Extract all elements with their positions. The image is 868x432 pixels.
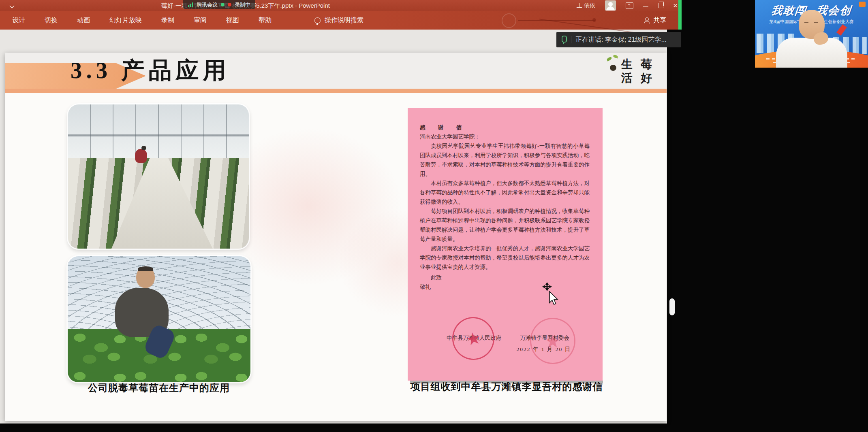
recording-label: 录制中: [235, 1, 250, 9]
close-button[interactable]: ×: [673, 0, 678, 11]
logo-char: 活: [621, 72, 633, 84]
caption-right: 项目组收到中牟县万滩镇李显吾村的感谢信: [396, 380, 617, 393]
ribbon: 设计 切换 动画 幻灯片放映 录制 审阅 视图 帮助 操作说明搜索 共享: [0, 11, 682, 30]
meeting-share-border: [678, 0, 682, 30]
meeting-app-name: 腾讯会议: [197, 1, 218, 9]
share-label: 共享: [653, 16, 666, 25]
slide-header-band: 3.3 产品应用 生 莓 活 好: [5, 53, 667, 93]
presenter-video-tile[interactable]: 我敢闯 我会创 第8届中国国际“互联网+”大学生创新创业大赛: [755, 0, 868, 68]
record-dot-icon: [228, 3, 231, 6]
tab-transitions[interactable]: 切换: [45, 16, 58, 25]
logo-char: 生: [621, 58, 633, 70]
village-seal: ★: [530, 318, 575, 364]
logo-text: 生 莓 活 好: [621, 58, 652, 84]
tab-slideshow[interactable]: 幻灯片放映: [109, 16, 142, 25]
greenhouse-rows-photo: [68, 104, 249, 249]
person-add-icon: [644, 17, 650, 23]
titlebar: 莓好-一颗有智慧的小草莓 校赛决赛5.23下午.pptx - PowerPoin…: [0, 0, 682, 11]
ribbon-display-options-icon[interactable]: [626, 2, 633, 9]
seal-star-icon: ★: [464, 327, 483, 350]
farmer-portrait-photo: [68, 256, 250, 382]
minimize-button[interactable]: [643, 6, 648, 7]
screen: 莓好-一颗有智慧的小草莓 校赛决赛5.23下午.pptx - PowerPoin…: [0, 0, 868, 432]
leaf-icon: [606, 56, 612, 62]
letter-paragraph: 贵校园艺学院园艺专业学生王祎祎带领莓好-一颗有智慧的小草莓团队成员到本村以来，利…: [420, 141, 590, 179]
video-watermark: [859, 2, 866, 7]
circuit-decoration-icon: [502, 13, 516, 28]
leaf-icon: [613, 54, 618, 58]
speaking-indicator[interactable]: 正在讲话: 李金保; 21级园艺学...: [556, 32, 681, 47]
letter-title: 感 谢 信: [420, 123, 590, 132]
tab-animations[interactable]: 动画: [77, 16, 90, 25]
microphone-icon: [562, 36, 567, 43]
meeting-overlay[interactable]: 腾讯会议 录制中: [183, 0, 255, 9]
tab-view[interactable]: 视图: [226, 16, 239, 25]
letter-salutation: 河南农业大学园艺学院：: [420, 132, 590, 141]
avatar[interactable]: [605, 0, 616, 11]
caption-left: 公司脱毒草莓苗在生产中的应用: [53, 381, 264, 394]
letter-paragraph: 感谢河南农业大学培养的一批优秀的人才，感谢河南农业大学园艺学院的专家教授对本村的…: [420, 244, 590, 272]
scrollbar-thumb[interactable]: [669, 298, 675, 315]
thank-you-letter: 感 谢 信 河南农业大学园艺学院： 贵校园艺学院园艺专业学生王祎祎带领莓好-一颗…: [408, 108, 603, 381]
berry-icon: [610, 65, 616, 71]
lightbulb-icon: [314, 17, 321, 23]
account-name[interactable]: 王 依依: [577, 2, 595, 9]
tab-help[interactable]: 帮助: [259, 16, 272, 25]
tell-me-search[interactable]: 操作说明搜索: [314, 16, 363, 25]
share-button[interactable]: 共享: [644, 11, 666, 30]
signal-bars-icon: [188, 2, 193, 7]
letter-paragraph: 莓好项目团队到本村以后，积极调研农户的种植情况，收集草莓种植户在草莓种植过程中出…: [420, 206, 590, 244]
slide-workspace: 3.3 产品应用 生 莓 活 好: [0, 30, 667, 423]
runner-graphic: [836, 24, 847, 36]
header-orange-strip: [5, 89, 667, 93]
titlebar-controls: 王 依依 ×: [577, 0, 678, 11]
presenter-body: [776, 38, 847, 68]
tab-design[interactable]: 设计: [12, 16, 25, 25]
slide-canvas: 3.3 产品应用 生 莓 活 好: [5, 53, 667, 421]
logo-char: 好: [641, 72, 652, 84]
ribbon-tabs: 设计 切换 动画 幻灯片放映 录制 审阅 视图 帮助 操作说明搜索: [12, 11, 363, 30]
mic-active-icon: [221, 3, 224, 6]
greenhouse-frame: [68, 104, 249, 158]
farmer-head: [136, 266, 155, 288]
speaking-label: 正在讲话: 李金保; 21级园艺学...: [575, 36, 667, 44]
mouse-cursor: [541, 282, 559, 307]
letter-paragraph: 本村虽有众多草莓种植户，但大多数都不太熟悉草莓种植方法，对各种草莓的品种的特性也…: [420, 179, 590, 206]
divider: [571, 36, 571, 43]
letter-closing: 敬礼: [420, 282, 590, 292]
slide-title: 3.3 产品应用: [71, 55, 230, 86]
farmer-figure: [135, 149, 147, 163]
seal-star-icon: ★: [545, 331, 560, 351]
brand-logo: 生 莓 活 好: [595, 54, 660, 92]
logo-char: 莓: [641, 58, 652, 70]
letter-closing: 此致: [420, 273, 590, 282]
tab-record[interactable]: 录制: [161, 16, 174, 25]
circuit-line: [518, 20, 595, 21]
search-label: 操作说明搜索: [325, 16, 363, 25]
official-seal: ★: [448, 313, 498, 364]
restore-button[interactable]: [658, 3, 663, 8]
tab-review[interactable]: 审阅: [194, 16, 207, 25]
circuit-node: [592, 18, 596, 22]
